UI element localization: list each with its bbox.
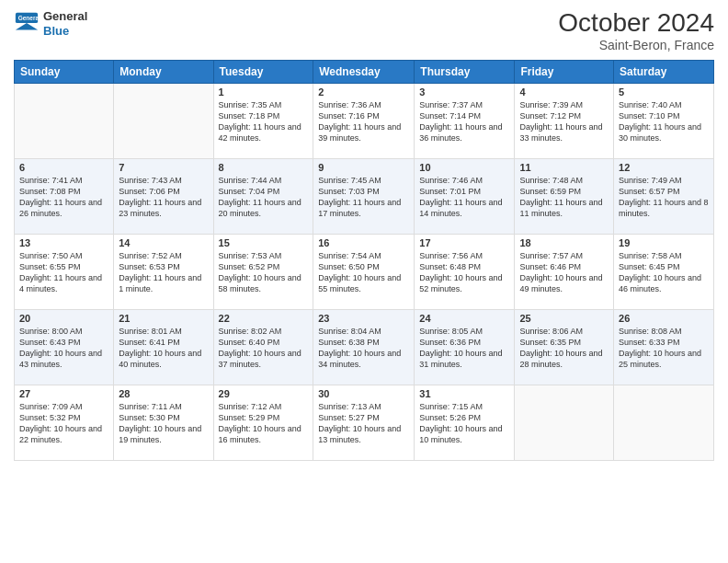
day-number: 25 xyxy=(519,313,609,324)
day-info: Sunrise: 7:35 AMSunset: 7:18 PMDaylight:… xyxy=(219,99,309,144)
day-info: Sunrise: 7:54 AMSunset: 6:50 PMDaylight:… xyxy=(318,250,409,295)
calendar-cell: 26 Sunrise: 8:08 AMSunset: 6:33 PMDaylig… xyxy=(614,309,714,385)
day-info: Sunrise: 7:57 AMSunset: 6:46 PMDaylight:… xyxy=(519,250,609,295)
calendar-header-row: Sunday Monday Tuesday Wednesday Thursday… xyxy=(15,60,714,83)
calendar-table: Sunday Monday Tuesday Wednesday Thursday… xyxy=(14,60,714,461)
day-info: Sunrise: 7:50 AMSunset: 6:55 PMDaylight:… xyxy=(19,250,108,295)
calendar-cell: 29 Sunrise: 7:12 AMSunset: 5:29 PMDaylig… xyxy=(213,385,313,460)
day-number: 8 xyxy=(219,162,309,173)
calendar-cell: 28 Sunrise: 7:11 AMSunset: 5:30 PMDaylig… xyxy=(114,385,213,460)
logo-icon: General xyxy=(14,11,40,37)
day-number: 31 xyxy=(419,388,509,399)
week-row-5: 27 Sunrise: 7:09 AMSunset: 5:32 PMDaylig… xyxy=(15,385,714,460)
calendar-cell: 31 Sunrise: 7:15 AMSunset: 5:26 PMDaylig… xyxy=(415,385,515,460)
day-info: Sunrise: 7:44 AMSunset: 7:04 PMDaylight:… xyxy=(219,175,309,220)
calendar-cell: 25 Sunrise: 8:06 AMSunset: 6:35 PMDaylig… xyxy=(515,309,614,385)
day-info: Sunrise: 7:41 AMSunset: 7:08 PMDaylight:… xyxy=(19,175,108,220)
day-info: Sunrise: 7:58 AMSunset: 6:45 PMDaylight:… xyxy=(619,250,709,295)
week-row-3: 13 Sunrise: 7:50 AMSunset: 6:55 PMDaylig… xyxy=(15,234,714,309)
calendar-cell: 1 Sunrise: 7:35 AMSunset: 7:18 PMDayligh… xyxy=(213,83,313,158)
day-number: 21 xyxy=(119,313,208,324)
calendar-cell: 5 Sunrise: 7:40 AMSunset: 7:10 PMDayligh… xyxy=(614,83,714,158)
calendar-cell: 18 Sunrise: 7:57 AMSunset: 6:46 PMDaylig… xyxy=(515,234,614,309)
week-row-2: 6 Sunrise: 7:41 AMSunset: 7:08 PMDayligh… xyxy=(15,158,714,234)
header-friday: Friday xyxy=(515,60,614,83)
header-wednesday: Wednesday xyxy=(313,60,415,83)
day-info: Sunrise: 7:37 AMSunset: 7:14 PMDaylight:… xyxy=(419,99,509,144)
day-info: Sunrise: 7:40 AMSunset: 7:10 PMDaylight:… xyxy=(619,99,709,144)
day-info: Sunrise: 7:56 AMSunset: 6:48 PMDaylight:… xyxy=(419,250,509,295)
day-info: Sunrise: 7:15 AMSunset: 5:26 PMDaylight:… xyxy=(419,401,509,446)
day-number: 24 xyxy=(419,313,509,324)
day-number: 23 xyxy=(318,313,409,324)
day-info: Sunrise: 7:53 AMSunset: 6:52 PMDaylight:… xyxy=(219,250,309,295)
day-number: 28 xyxy=(119,388,208,399)
calendar-cell: 24 Sunrise: 8:05 AMSunset: 6:36 PMDaylig… xyxy=(415,309,515,385)
day-info: Sunrise: 7:13 AMSunset: 5:27 PMDaylight:… xyxy=(318,401,409,446)
day-number: 4 xyxy=(519,86,609,98)
calendar-cell: 2 Sunrise: 7:36 AMSunset: 7:16 PMDayligh… xyxy=(313,83,415,158)
day-number: 6 xyxy=(19,162,108,173)
page: General General Blue October 2024 Saint-… xyxy=(0,0,728,563)
day-number: 10 xyxy=(419,162,509,173)
day-number: 26 xyxy=(619,313,709,324)
day-number: 17 xyxy=(419,237,509,248)
day-info: Sunrise: 7:45 AMSunset: 7:03 PMDaylight:… xyxy=(318,175,409,220)
calendar-cell: 13 Sunrise: 7:50 AMSunset: 6:55 PMDaylig… xyxy=(15,234,114,309)
header-monday: Monday xyxy=(114,60,213,83)
svg-marker-1 xyxy=(16,23,38,29)
day-info: Sunrise: 7:36 AMSunset: 7:16 PMDaylight:… xyxy=(318,99,409,144)
day-info: Sunrise: 8:04 AMSunset: 6:38 PMDaylight:… xyxy=(318,326,409,371)
logo-blue: Blue xyxy=(43,24,87,39)
day-number: 20 xyxy=(19,313,108,324)
header-thursday: Thursday xyxy=(415,60,515,83)
day-info: Sunrise: 8:06 AMSunset: 6:35 PMDaylight:… xyxy=(519,326,609,371)
day-info: Sunrise: 7:46 AMSunset: 7:01 PMDaylight:… xyxy=(419,175,509,220)
day-number: 30 xyxy=(318,388,409,399)
day-number: 16 xyxy=(318,237,409,248)
day-info: Sunrise: 7:49 AMSunset: 6:57 PMDaylight:… xyxy=(619,175,709,220)
day-number: 2 xyxy=(318,86,409,98)
day-number: 3 xyxy=(419,86,509,98)
day-number: 29 xyxy=(219,388,309,399)
day-number: 9 xyxy=(318,162,409,173)
calendar-cell xyxy=(614,385,714,460)
day-number: 19 xyxy=(619,237,709,248)
month-title: October 2024 xyxy=(558,9,714,38)
day-number: 27 xyxy=(19,388,108,399)
calendar-cell: 3 Sunrise: 7:37 AMSunset: 7:14 PMDayligh… xyxy=(415,83,515,158)
day-number: 22 xyxy=(219,313,309,324)
calendar-cell: 21 Sunrise: 8:01 AMSunset: 6:41 PMDaylig… xyxy=(114,309,213,385)
week-row-4: 20 Sunrise: 8:00 AMSunset: 6:43 PMDaylig… xyxy=(15,309,714,385)
day-number: 14 xyxy=(119,237,208,248)
header-saturday: Saturday xyxy=(614,60,714,83)
week-row-1: 1 Sunrise: 7:35 AMSunset: 7:18 PMDayligh… xyxy=(15,83,714,158)
day-info: Sunrise: 7:39 AMSunset: 7:12 PMDaylight:… xyxy=(519,99,609,144)
header: General General Blue October 2024 Saint-… xyxy=(14,9,714,52)
day-number: 13 xyxy=(19,237,108,248)
day-info: Sunrise: 8:08 AMSunset: 6:33 PMDaylight:… xyxy=(619,326,709,371)
day-info: Sunrise: 7:09 AMSunset: 5:32 PMDaylight:… xyxy=(19,401,108,446)
day-info: Sunrise: 7:48 AMSunset: 6:59 PMDaylight:… xyxy=(519,175,609,220)
calendar-cell: 23 Sunrise: 8:04 AMSunset: 6:38 PMDaylig… xyxy=(313,309,415,385)
calendar-cell xyxy=(15,83,114,158)
svg-text:General: General xyxy=(18,15,40,21)
day-number: 12 xyxy=(619,162,709,173)
day-number: 11 xyxy=(519,162,609,173)
header-sunday: Sunday xyxy=(15,60,114,83)
logo: General General Blue xyxy=(14,9,87,38)
day-number: 5 xyxy=(619,86,709,98)
title-section: October 2024 Saint-Beron, France xyxy=(558,9,714,52)
header-tuesday: Tuesday xyxy=(213,60,313,83)
day-number: 7 xyxy=(119,162,208,173)
calendar-cell: 12 Sunrise: 7:49 AMSunset: 6:57 PMDaylig… xyxy=(614,158,714,234)
calendar-cell: 8 Sunrise: 7:44 AMSunset: 7:04 PMDayligh… xyxy=(213,158,313,234)
logo-general: General xyxy=(43,9,87,24)
calendar-cell: 11 Sunrise: 7:48 AMSunset: 6:59 PMDaylig… xyxy=(515,158,614,234)
day-number: 18 xyxy=(519,237,609,248)
calendar-cell: 22 Sunrise: 8:02 AMSunset: 6:40 PMDaylig… xyxy=(213,309,313,385)
day-info: Sunrise: 8:05 AMSunset: 6:36 PMDaylight:… xyxy=(419,326,509,371)
day-info: Sunrise: 7:11 AMSunset: 5:30 PMDaylight:… xyxy=(119,401,208,446)
day-info: Sunrise: 7:43 AMSunset: 7:06 PMDaylight:… xyxy=(119,175,208,220)
calendar-cell: 15 Sunrise: 7:53 AMSunset: 6:52 PMDaylig… xyxy=(213,234,313,309)
